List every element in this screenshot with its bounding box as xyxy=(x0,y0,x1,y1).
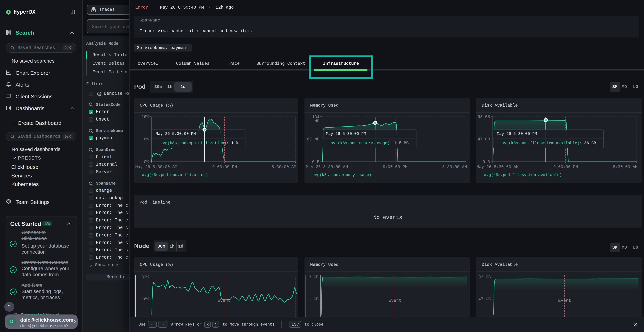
svg-text:8:30:00 AM: 8:30:00 AM xyxy=(272,165,296,170)
svg-text:47 GB: 47 GB xyxy=(478,297,491,302)
svg-text:93 GB: 93 GB xyxy=(478,115,490,120)
svg-text:8:30:00 AM: 8:30:00 AM xyxy=(613,165,638,170)
svg-text:9:00:00 PM: 9:00:00 PM xyxy=(383,165,408,170)
svg-text:May 26 8:30:00 AM: May 26 8:30:00 AM xyxy=(306,165,348,170)
svg-text:32%: 32% xyxy=(141,275,149,280)
svg-text:0 B: 0 B xyxy=(483,160,490,164)
svg-text:93 GB: 93 GB xyxy=(478,275,491,280)
svg-text:1 GB: 1 GB xyxy=(309,297,318,302)
svg-text:May 26 8:30:00 AM: May 26 8:30:00 AM xyxy=(135,165,177,170)
svg-text:67 MB: 67 MB xyxy=(307,137,320,142)
svg-text:16%: 16% xyxy=(141,297,149,302)
svg-text:0%: 0% xyxy=(144,160,149,164)
svg-text:8%: 8% xyxy=(144,137,149,142)
svg-text:May 26 8:30:00 AM: May 26 8:30:00 AM xyxy=(477,165,519,170)
svg-text:47 GB: 47 GB xyxy=(478,137,490,142)
svg-text:MB: MB xyxy=(314,119,320,124)
svg-text:9:00:00 PM: 9:00:00 PM xyxy=(554,165,578,170)
svg-text:16%: 16% xyxy=(141,115,149,120)
svg-text:8:30:00 AM: 8:30:00 AM xyxy=(442,165,467,170)
svg-text:9:00:00 PM: 9:00:00 PM xyxy=(212,165,237,170)
svg-text:3 GB: 3 GB xyxy=(309,275,318,280)
svg-text:0 B: 0 B xyxy=(312,160,319,164)
